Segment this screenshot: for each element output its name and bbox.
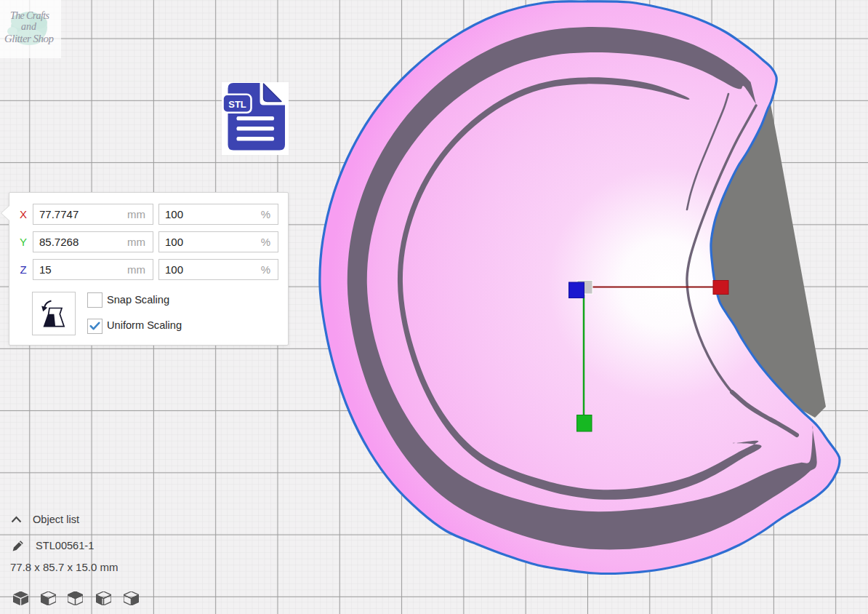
svg-text:and: and	[21, 21, 37, 32]
svg-text:The Crafts: The Crafts	[10, 10, 50, 21]
svg-text:STL: STL	[228, 99, 246, 110]
svg-text:Glitter Shop: Glitter Shop	[4, 33, 55, 44]
